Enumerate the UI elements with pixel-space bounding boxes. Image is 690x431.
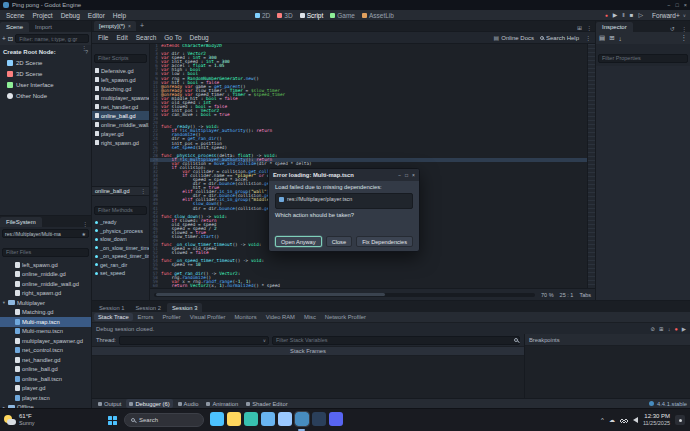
close-icon[interactable]: × <box>128 23 131 29</box>
play-button[interactable]: ▶ <box>613 10 618 21</box>
method-list-item[interactable]: _on_slow_timer_timeout <box>92 244 149 253</box>
instantiate-scene-icon[interactable]: ⊡ <box>8 35 13 43</box>
file-tree-row[interactable]: player.tscn <box>0 393 91 403</box>
pause-button[interactable]: ‖ <box>622 10 624 21</box>
statusbar-panel-button[interactable]: Debugger (6) <box>126 399 172 408</box>
workspace-tab[interactable]: 3D <box>277 12 292 19</box>
workspace-tab[interactable]: Script <box>300 12 324 19</box>
version-label[interactable]: 4.4.1.stable <box>657 401 687 407</box>
taskbar-app-button[interactable] <box>208 409 225 431</box>
file-tree-row[interactable]: online_ball.tscn <box>0 374 91 384</box>
file-tree-row[interactable]: player.gd <box>0 384 91 394</box>
debugger-tab[interactable]: Errors <box>134 313 158 321</box>
statusbar-panel-button[interactable]: Shader Editor <box>243 399 290 408</box>
statusbar-panel-button[interactable]: Output <box>95 399 124 408</box>
script-menu-item[interactable]: File <box>94 34 112 41</box>
extra-options-icon[interactable]: ⋮ <box>681 34 688 42</box>
new-resource-icon[interactable]: ▤ <box>599 34 605 42</box>
taskbar-app-button[interactable] <box>259 409 276 431</box>
thread-select[interactable]: ∨ <box>119 336 269 345</box>
save-resource-icon[interactable]: ↓ <box>619 35 622 42</box>
script-list-item[interactable]: online_ball.gd <box>92 111 149 120</box>
volume-icon[interactable] <box>633 417 638 423</box>
scene-tab[interactable]: [empty](*) × <box>94 21 136 31</box>
script-menu-item[interactable]: Edit <box>112 34 131 41</box>
menu-item[interactable]: Help <box>109 12 130 19</box>
notification-bell-icon[interactable] <box>675 415 685 425</box>
filter-scripts-input[interactable] <box>94 54 147 63</box>
script-panel-menu-icon[interactable]: ⋮ <box>585 34 591 41</box>
file-tree-row[interactable]: online_middle_wall.gd <box>0 279 91 289</box>
dependency-item[interactable]: res://Multiplayer/player.tscn <box>279 196 409 202</box>
filesystem-tab[interactable]: FileSystem <box>0 217 42 227</box>
filter-properties-input[interactable] <box>598 54 688 63</box>
indent-mode[interactable]: Tabs <box>579 292 591 298</box>
step-into-icon[interactable]: ↓ <box>668 326 671 332</box>
dialog-close-button[interactable]: × <box>412 172 415 178</box>
dialog-minimize-button[interactable]: − <box>398 172 401 178</box>
session-tab[interactable]: Session 2 <box>130 303 165 312</box>
taskbar-app-button[interactable] <box>310 409 327 431</box>
method-list-item[interactable]: _ready <box>92 218 149 227</box>
hidden-icons-chevron[interactable]: ^ <box>601 417 604 423</box>
taskbar-app-button[interactable] <box>242 409 259 431</box>
dialog-button[interactable]: Fix Dependencies <box>356 236 413 247</box>
dialog-button[interactable]: Close <box>326 236 352 247</box>
break-icon[interactable]: ● <box>674 326 677 332</box>
breakpoints-list[interactable] <box>525 346 690 398</box>
start-button[interactable] <box>104 412 120 428</box>
onedrive-cloud-icon[interactable]: ☁ <box>609 409 615 431</box>
horizontal-scrollbar[interactable] <box>154 293 535 297</box>
script-list-item[interactable]: left_spawn.gd <box>92 75 149 84</box>
taskbar-app-button[interactable] <box>327 409 344 431</box>
wifi-icon[interactable] <box>620 418 628 423</box>
menu-item[interactable]: Scene <box>2 12 28 19</box>
script-menu-item[interactable]: Search <box>132 34 161 41</box>
file-tree-row[interactable]: Multi-map.tscn <box>0 317 91 327</box>
workspace-tab[interactable]: Game <box>330 12 355 19</box>
debugger-tab[interactable]: Network Profiler <box>321 313 370 321</box>
workspace-tab[interactable]: 2D <box>255 12 270 19</box>
file-tree-row[interactable]: Multi-menu.tscn <box>0 327 91 337</box>
inspector-history-icon[interactable]: ↺ <box>667 25 678 32</box>
method-list-item[interactable]: set_speed <box>92 269 149 278</box>
load-resource-icon[interactable]: ⊞ <box>609 34 614 42</box>
window-minimize-button[interactable]: − <box>667 0 670 10</box>
script-list-item[interactable]: multiplayer_spawner.gd <box>92 93 149 102</box>
filter-methods-input[interactable] <box>94 206 147 215</box>
file-tree-row[interactable]: online_ball.gd <box>0 365 91 375</box>
add-scene-tab-button[interactable]: + <box>136 20 148 31</box>
script-list-item[interactable]: player.gd <box>92 129 149 138</box>
file-tree-row[interactable]: net_control.tscn <box>0 346 91 356</box>
root-option-button[interactable]: Other Node <box>0 90 91 101</box>
window-close-button[interactable]: × <box>684 0 687 10</box>
continue-icon[interactable]: ▶ <box>682 326 686 332</box>
debugger-tab[interactable]: Visual Profiler <box>186 313 230 321</box>
online-docs-button[interactable]: ▤ Online Docs <box>494 34 534 41</box>
taskbar-app-button[interactable] <box>293 409 310 431</box>
copy-error-icon[interactable]: ⊞ <box>659 326 664 332</box>
dock-tab[interactable]: Scene <box>0 22 29 32</box>
file-tree-row[interactable]: left_spawn.gd <box>0 260 91 270</box>
weather-widget[interactable]: 61°F Sunny <box>0 413 62 427</box>
filesystem-path-bar[interactable]: res://Multiplayer/Multi-ma ★ <box>2 229 89 238</box>
dialog-button[interactable]: Open Anyway <box>275 236 322 247</box>
script-menu-item[interactable]: Go To <box>160 34 185 41</box>
dialog-maximize-button[interactable]: □ <box>405 172 408 178</box>
inspector-tab[interactable]: Inspector <box>596 22 633 32</box>
script-list-item[interactable]: online_middle_wall.gd <box>92 120 149 129</box>
tab-list-menu-icon[interactable]: ⋮ <box>586 24 592 31</box>
renderer-select[interactable]: Forward+ ∨ <box>652 12 686 19</box>
root-option-button[interactable]: User Interface <box>0 79 91 90</box>
debugger-tab[interactable]: Stack Trace <box>94 313 133 321</box>
taskbar-app-button[interactable] <box>225 409 242 431</box>
scene-filter-input[interactable] <box>15 34 89 43</box>
filesystem-filter-input[interactable] <box>2 248 89 257</box>
dock-menu-icon[interactable]: ⋮ <box>79 220 91 227</box>
window-titlebar[interactable]: Ping pong - Godot Engine − □ × <box>0 0 690 10</box>
code-minimap[interactable] <box>587 44 595 288</box>
session-tab[interactable]: Session 3 <box>167 303 202 312</box>
debugger-tab[interactable]: Monitors <box>230 313 260 321</box>
file-tree-row[interactable]: net_handler.gd <box>0 355 91 365</box>
current-script-header[interactable]: online_ball.gd ⋮ <box>92 186 149 196</box>
